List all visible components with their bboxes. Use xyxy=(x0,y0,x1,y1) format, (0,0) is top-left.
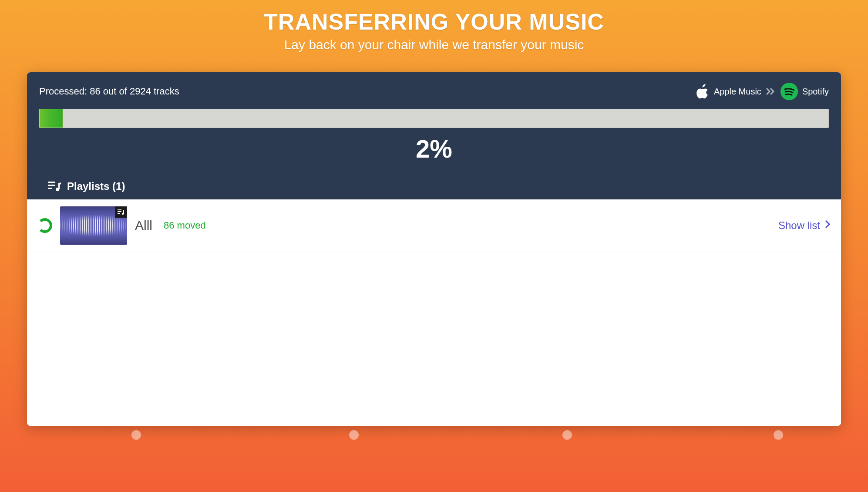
show-list-link[interactable]: Show list xyxy=(778,219,831,232)
loading-spinner-icon xyxy=(37,218,52,233)
playlists-body: Alll 86 moved Show list xyxy=(27,199,841,426)
svg-rect-10 xyxy=(123,210,124,214)
arrow-right-icon xyxy=(766,88,776,95)
playlists-count-label: Playlists (1) xyxy=(67,180,125,192)
chevron-right-icon xyxy=(824,219,831,232)
svg-rect-1 xyxy=(48,182,55,183)
page-subtitle: Lay back on your chair while we transfer… xyxy=(9,37,859,52)
service-transfer-indicator: Apple Music Spotify xyxy=(696,83,829,100)
progress-percent-text: 2% xyxy=(39,128,829,173)
transfer-card: Processed: 86 out of 2924 tracks Apple M… xyxy=(27,72,841,426)
page-title: TRANSFERRING YOUR MUSIC xyxy=(9,9,859,35)
pager-dot xyxy=(562,430,572,440)
playlist-row: Alll 86 moved Show list xyxy=(27,199,841,252)
pager-dots xyxy=(27,426,841,435)
apple-music-icon xyxy=(696,84,710,99)
processed-text: Processed: 86 out of 2924 tracks xyxy=(39,86,179,97)
show-list-label: Show list xyxy=(778,219,820,232)
pager-dot xyxy=(349,430,359,440)
svg-rect-3 xyxy=(48,188,52,189)
svg-rect-7 xyxy=(118,211,121,212)
playlist-name: Alll xyxy=(135,218,152,233)
playlist-icon xyxy=(48,181,61,192)
spotify-icon xyxy=(781,83,798,100)
playlists-section-header: Playlists (1) xyxy=(39,173,829,199)
progress-top-row: Processed: 86 out of 2924 tracks Apple M… xyxy=(39,83,829,100)
dest-service-label: Spotify xyxy=(802,87,829,97)
svg-rect-6 xyxy=(118,209,121,210)
progress-bar xyxy=(39,109,829,128)
pager-dot xyxy=(131,430,141,440)
svg-rect-2 xyxy=(48,185,55,186)
progress-bar-fill xyxy=(40,109,63,128)
page-header: TRANSFERRING YOUR MUSIC Lay back on your… xyxy=(0,9,868,52)
playlist-badge-icon xyxy=(115,206,127,218)
pager-dot xyxy=(774,430,783,440)
progress-panel: Processed: 86 out of 2924 tracks Apple M… xyxy=(27,72,841,199)
playlist-thumbnail xyxy=(60,206,127,245)
svg-rect-8 xyxy=(118,213,120,214)
source-service-label: Apple Music xyxy=(714,87,761,97)
playlist-moved-count: 86 moved xyxy=(164,220,206,231)
